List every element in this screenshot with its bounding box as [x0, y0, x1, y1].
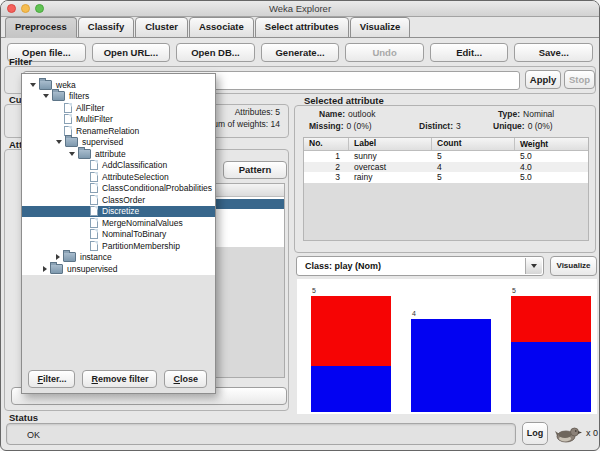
cell: 2 — [304, 162, 349, 172]
tree-node-unsupervised[interactable]: unsupervised — [22, 263, 215, 275]
expanded-arrow-icon[interactable] — [56, 140, 62, 144]
relation-attributes-count: Attributes: 5 — [235, 107, 280, 117]
tree-node-label: ClassConditionalProbabilities — [102, 183, 212, 193]
popup-remove-filter-button[interactable]: Remove filter — [82, 370, 157, 388]
popup-footer: Filter... Remove filter Close — [22, 275, 215, 393]
attributes-table-selected-row[interactable] — [214, 199, 284, 209]
expanded-arrow-icon[interactable] — [30, 83, 36, 87]
apply-filter-button[interactable]: Apply — [525, 70, 561, 89]
open-db-button[interactable]: Open DB... — [176, 43, 255, 62]
generate-button[interactable]: Generate... — [261, 43, 340, 62]
tree-node-renamerelation[interactable]: RenameRelation — [22, 125, 215, 137]
tree-node-discretize[interactable]: Discretize — [22, 206, 215, 218]
file-icon — [90, 229, 98, 239]
tree-node-nominaltobinary[interactable]: NominalToBinary — [22, 229, 215, 241]
tree-node-allfilter[interactable]: AllFilter — [22, 102, 215, 114]
tab-associate[interactable]: Associate — [189, 17, 254, 38]
attr-unique-stat: Unique:0 (0%) — [493, 121, 553, 131]
attr-distinct-value: 3 — [456, 121, 461, 131]
attr-distinct-stat: Distinct:3 — [419, 121, 461, 131]
expanded-arrow-icon[interactable] — [69, 152, 75, 156]
attributes-table[interactable] — [213, 183, 285, 378]
tree-node-label: AddClassification — [102, 160, 167, 170]
save-button[interactable]: Save... — [514, 43, 593, 62]
tree-node-attributeselection[interactable]: AttributeSelection — [22, 171, 215, 183]
collapsed-arrow-icon[interactable] — [56, 254, 60, 260]
file-icon — [90, 160, 98, 170]
folder-icon — [52, 91, 65, 101]
cell: 4 — [432, 162, 515, 172]
tree-node-label: AllFilter — [76, 103, 104, 113]
folder-icon — [39, 80, 52, 90]
column-header-weight[interactable]: Weight — [515, 139, 588, 150]
file-icon — [90, 218, 98, 228]
attr-name-label: Name: — [319, 109, 345, 119]
tree-node-attribute[interactable]: attribute — [22, 148, 215, 160]
attr-name-stat: Name:outlook — [319, 109, 375, 119]
edit-button[interactable]: Edit... — [430, 43, 509, 62]
class-selector-dropdown-icon[interactable] — [525, 258, 542, 274]
tree-node-label: NominalToBinary — [102, 229, 166, 239]
attr-unique-label: Unique: — [493, 121, 525, 131]
log-button[interactable]: Log — [522, 422, 548, 445]
tree-node-label: instance — [80, 252, 112, 262]
bar-count-label: 5 — [312, 287, 316, 295]
tree-node-weka[interactable]: weka — [22, 79, 215, 91]
bar-segment-blue — [311, 366, 391, 412]
window-title: Weka Explorer — [1, 1, 599, 16]
tab-classify[interactable]: Classify — [78, 17, 134, 38]
tree-node-label: weka — [56, 80, 76, 90]
attribute-values-table[interactable]: No.LabelCountWeight 1sunny55.02overcast4… — [303, 137, 589, 241]
filter-tree: wekafiltersAllFilterMultiFilterRenameRel… — [22, 74, 215, 275]
tree-node-label: MultiFilter — [76, 114, 113, 124]
title-bar[interactable]: Weka Explorer — [1, 1, 599, 17]
popup-filter-button[interactable]: Filter... — [28, 370, 75, 388]
open-url-button[interactable]: Open URL... — [92, 43, 171, 62]
collapsed-arrow-icon[interactable] — [43, 266, 47, 272]
visualize-all-button[interactable]: Visualize All — [550, 256, 597, 276]
column-header-no[interactable]: No. — [304, 138, 349, 150]
attr-missing-value: 0 (0%) — [346, 121, 371, 131]
tree-node-supervised[interactable]: supervised — [22, 137, 215, 149]
tree-node-addclassification[interactable]: AddClassification — [22, 160, 215, 172]
tab-visualize[interactable]: Visualize — [350, 17, 411, 38]
attribute-value-row-overcast[interactable]: 2overcast44.0 — [304, 162, 588, 173]
tree-node-filters[interactable]: filters — [22, 91, 215, 103]
histogram-bar-sunny — [311, 296, 391, 412]
tab-select-attributes[interactable]: Select attributes — [255, 17, 349, 38]
relation-sum-of-weights: Sum of weights: 14 — [208, 119, 280, 129]
tree-node-mergenominalvalues[interactable]: MergeNominalValues — [22, 217, 215, 229]
file-icon — [90, 241, 98, 251]
tab-preprocess[interactable]: Preprocess — [5, 17, 77, 38]
attr-missing-stat: Missing:0 (0%) — [309, 121, 372, 131]
histogram-bar-rainy — [511, 296, 591, 412]
cell: 3 — [304, 172, 349, 182]
expanded-arrow-icon[interactable] — [43, 94, 49, 98]
attribute-value-row-sunny[interactable]: 1sunny55.0 — [304, 151, 588, 162]
tree-node-classconditionalprobabilities[interactable]: ClassConditionalProbabilities — [22, 183, 215, 195]
folder-icon — [65, 137, 78, 147]
attribute-value-row-rainy[interactable]: 3rainy55.0 — [304, 172, 588, 183]
attr-missing-label: Missing: — [309, 121, 343, 131]
class-selector[interactable]: Class: play (Nom) — [296, 256, 544, 276]
cell: 5.0 — [515, 172, 588, 182]
bar-segment-blue — [511, 342, 591, 412]
attr-name-value: outlook — [348, 109, 375, 119]
attr-unique-value: 0 (0%) — [528, 121, 553, 131]
tree-node-label: RenameRelation — [76, 126, 139, 136]
tab-cluster[interactable]: Cluster — [135, 17, 188, 38]
tree-node-classorder[interactable]: ClassOrder — [22, 194, 215, 206]
column-header-label[interactable]: Label — [349, 138, 432, 150]
attributes-table-rows[interactable] — [214, 209, 284, 247]
popup-close-button[interactable]: Close — [164, 370, 207, 388]
attr-distinct-label: Distinct: — [419, 121, 453, 131]
cell: 5 — [432, 151, 515, 161]
column-header-count[interactable]: Count — [432, 138, 515, 150]
cell: overcast — [349, 162, 432, 172]
pattern-button[interactable]: Pattern — [223, 161, 287, 179]
process-count: x 0 — [586, 428, 598, 438]
tree-node-partitionmembership[interactable]: PartitionMembership — [22, 240, 215, 252]
undo-button: Undo — [345, 43, 424, 62]
tree-node-multifilter[interactable]: MultiFilter — [22, 114, 215, 126]
status-message: OK — [6, 423, 516, 445]
